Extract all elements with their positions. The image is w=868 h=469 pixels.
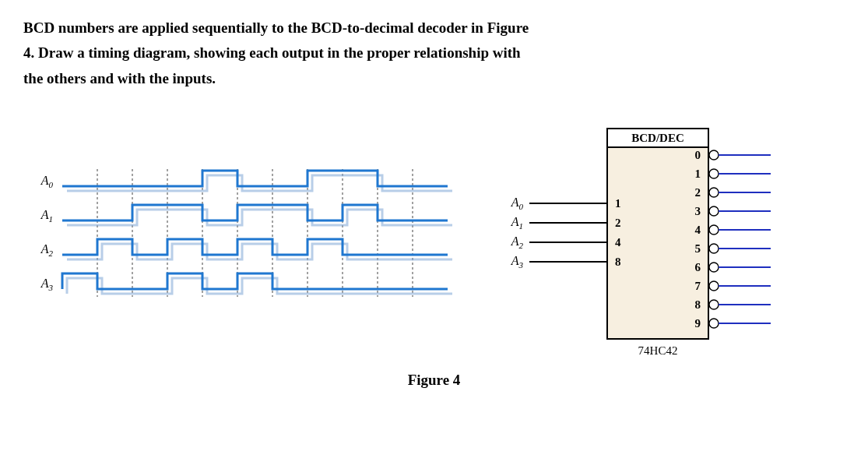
svg-text:A0: A0	[511, 196, 524, 211]
svg-text:8: 8	[695, 298, 701, 311]
svg-text:3: 3	[695, 205, 701, 217]
svg-point-28	[709, 169, 719, 178]
svg-text:4: 4	[695, 224, 701, 236]
svg-text:A2: A2	[511, 235, 524, 250]
svg-text:7: 7	[695, 280, 701, 292]
svg-point-46	[709, 281, 719, 291]
svg-text:A1: A1	[40, 208, 53, 224]
pin-weight-4: 4	[615, 236, 621, 249]
svg-point-34	[709, 206, 719, 216]
pin-weight-2: 2	[615, 217, 621, 229]
svg-point-25	[709, 150, 719, 160]
chip-diagram: A0 A1 A2 A3 BCD/DEC 1 2 4 8 0	[490, 115, 817, 364]
svg-text:5: 5	[695, 242, 701, 255]
svg-text:A3: A3	[40, 277, 54, 292]
svg-text:A3: A3	[511, 254, 524, 270]
svg-point-49	[709, 300, 719, 309]
figure-row: A0 A1 A2 A3	[23, 115, 845, 364]
question-line3: the others and with the inputs.	[23, 70, 216, 86]
svg-rect-22	[607, 129, 708, 339]
svg-point-40	[709, 244, 719, 253]
svg-point-43	[709, 263, 719, 272]
question-line2: 4. Draw a timing diagram, showing each o…	[23, 44, 521, 61]
question-line1: BCD numbers are applied sequentially to …	[23, 19, 529, 36]
pin-weight-8: 8	[615, 256, 621, 268]
pin-weight-1: 1	[615, 197, 621, 210]
svg-point-31	[709, 188, 719, 197]
svg-point-52	[709, 319, 719, 328]
svg-text:A1: A1	[511, 215, 523, 231]
chip-title: BCD/DEC	[631, 132, 684, 144]
question-text: BCD numbers are applied sequentially to …	[23, 16, 845, 91]
figure-caption: Figure 4	[23, 372, 845, 389]
svg-text:2: 2	[695, 186, 701, 199]
timing-diagram: A0 A1 A2 A3	[23, 163, 459, 315]
svg-text:6: 6	[695, 261, 701, 273]
svg-text:1: 1	[695, 168, 701, 180]
svg-text:A0: A0	[40, 174, 54, 189]
svg-text:0: 0	[695, 149, 701, 161]
svg-text:9: 9	[695, 317, 701, 330]
chip-partno: 74HC42	[638, 344, 678, 357]
svg-text:A2: A2	[40, 242, 54, 258]
svg-point-37	[709, 225, 719, 235]
